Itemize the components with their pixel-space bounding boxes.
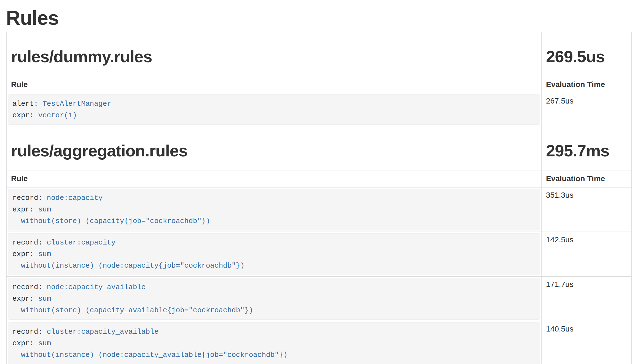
rule-link[interactable]: node:capacity_available bbox=[47, 283, 146, 291]
code-line: alert: TestAlertManager bbox=[12, 98, 535, 110]
group-header-row: rules/dummy.rules 269.5us bbox=[6, 32, 632, 76]
rule-link[interactable]: sum bbox=[38, 339, 51, 347]
rule-row: record: node:capacityexpr: sum without(s… bbox=[6, 187, 632, 232]
rule-group: rules/dummy.rules 269.5us Rule Evaluatio… bbox=[6, 32, 632, 126]
code-line: without(store) (capacity_available{job="… bbox=[12, 305, 535, 316]
code-keyword: expr: bbox=[12, 111, 38, 119]
code-line: record: node:capacity bbox=[12, 192, 535, 204]
rule-code: record: cluster:capacityexpr: sum withou… bbox=[8, 233, 540, 275]
code-line: expr: sum bbox=[12, 204, 535, 215]
code-keyword: expr: bbox=[12, 205, 38, 214]
code-keyword: record: bbox=[12, 194, 47, 202]
column-header-row: Rule Evaluation Time bbox=[6, 170, 632, 187]
rule-row: alert: TestAlertManagerexpr: vector(1) 2… bbox=[6, 93, 632, 126]
rule-code: record: node:capacity_availableexpr: sum… bbox=[8, 278, 540, 320]
rule-row: record: node:capacity_availableexpr: sum… bbox=[6, 276, 632, 321]
group-header-row: rules/aggregation.rules 295.7ms bbox=[6, 126, 632, 170]
rule-link[interactable]: sum bbox=[38, 250, 51, 258]
rule-eval-time: 171.7us bbox=[541, 276, 632, 321]
column-header-row: Rule Evaluation Time bbox=[6, 76, 632, 93]
code-line: record: cluster:capacity bbox=[12, 237, 535, 248]
rule-definition-cell: record: cluster:capacity_availableexpr: … bbox=[6, 321, 541, 364]
code-line: expr: vector(1) bbox=[12, 110, 535, 121]
rule-definition-cell: record: node:capacityexpr: sum without(s… bbox=[6, 187, 541, 232]
rule-definition-cell: record: node:capacity_availableexpr: sum… bbox=[6, 276, 541, 321]
code-keyword: record: bbox=[12, 238, 47, 247]
group-file-cell: rules/dummy.rules bbox=[6, 32, 541, 76]
group-eval-total-cell: 269.5us bbox=[541, 32, 632, 76]
code-keyword: record: bbox=[12, 283, 47, 291]
rule-link[interactable]: TestAlertManager bbox=[42, 100, 111, 108]
time-column-header: Evaluation Time bbox=[541, 76, 632, 93]
code-line: without(instance) (node:capacity{job="co… bbox=[12, 260, 535, 271]
rule-code: record: cluster:capacity_availableexpr: … bbox=[8, 322, 540, 364]
rules-page: Rules rules/dummy.rules 269.5us Rule Eva… bbox=[0, 7, 638, 364]
group-file-name: rules/aggregation.rules bbox=[11, 142, 537, 160]
group-eval-total-cell: 295.7ms bbox=[541, 126, 632, 170]
rule-link[interactable]: without(instance) (node:capacity{job="co… bbox=[12, 262, 245, 270]
code-line: without(instance) (node:capacity_availab… bbox=[12, 349, 535, 361]
code-line: expr: sum bbox=[12, 248, 535, 260]
rule-eval-time: 267.5us bbox=[541, 93, 632, 126]
code-line: without(store) (capacity{job="cockroachd… bbox=[12, 215, 535, 227]
time-column-header: Evaluation Time bbox=[541, 170, 632, 187]
group-eval-total: 269.5us bbox=[546, 48, 627, 66]
rule-link[interactable]: without(store) (capacity{job="cockroachd… bbox=[12, 217, 210, 225]
group-file-name: rules/dummy.rules bbox=[11, 48, 537, 66]
rule-link[interactable]: node:capacity bbox=[47, 194, 103, 202]
rule-column-header: Rule bbox=[6, 170, 541, 187]
code-keyword: alert: bbox=[12, 100, 42, 108]
rule-link[interactable]: sum bbox=[38, 205, 51, 214]
code-keyword: record: bbox=[12, 328, 47, 336]
rule-group: rules/aggregation.rules 295.7ms Rule Eva… bbox=[6, 126, 632, 364]
code-line: record: node:capacity_available bbox=[12, 281, 535, 293]
rule-code: alert: TestAlertManagerexpr: vector(1) bbox=[8, 94, 540, 125]
rule-link[interactable]: cluster:capacity bbox=[47, 238, 116, 247]
code-line: record: cluster:capacity_available bbox=[12, 326, 535, 338]
rule-link[interactable]: without(store) (capacity_available{job="… bbox=[12, 306, 253, 314]
code-keyword: expr: bbox=[12, 339, 38, 347]
rule-link[interactable]: without(instance) (node:capacity_availab… bbox=[12, 351, 288, 359]
group-file-cell: rules/aggregation.rules bbox=[6, 126, 541, 170]
rule-link[interactable]: cluster:capacity_available bbox=[47, 328, 159, 336]
rule-definition-cell: record: cluster:capacityexpr: sum withou… bbox=[6, 232, 541, 276]
rule-definition-cell: alert: TestAlertManagerexpr: vector(1) bbox=[6, 93, 541, 126]
rule-row: record: cluster:capacityexpr: sum withou… bbox=[6, 232, 632, 276]
rule-row: record: cluster:capacity_availableexpr: … bbox=[6, 321, 632, 364]
code-keyword: expr: bbox=[12, 295, 38, 303]
rule-link[interactable]: sum bbox=[38, 295, 51, 303]
rule-column-header: Rule bbox=[6, 76, 541, 93]
rules-table: rules/dummy.rules 269.5us Rule Evaluatio… bbox=[6, 32, 632, 364]
rule-code: record: node:capacityexpr: sum without(s… bbox=[8, 189, 540, 230]
page-title: Rules bbox=[6, 7, 631, 29]
group-eval-total: 295.7ms bbox=[546, 142, 627, 160]
code-line: expr: sum bbox=[12, 338, 535, 349]
rule-eval-time: 142.5us bbox=[541, 232, 632, 276]
code-line: expr: sum bbox=[12, 293, 535, 305]
rule-eval-time: 140.5us bbox=[541, 321, 632, 364]
code-keyword: expr: bbox=[12, 250, 38, 258]
rule-eval-time: 351.3us bbox=[541, 187, 632, 232]
rule-link[interactable]: vector(1) bbox=[38, 111, 77, 119]
